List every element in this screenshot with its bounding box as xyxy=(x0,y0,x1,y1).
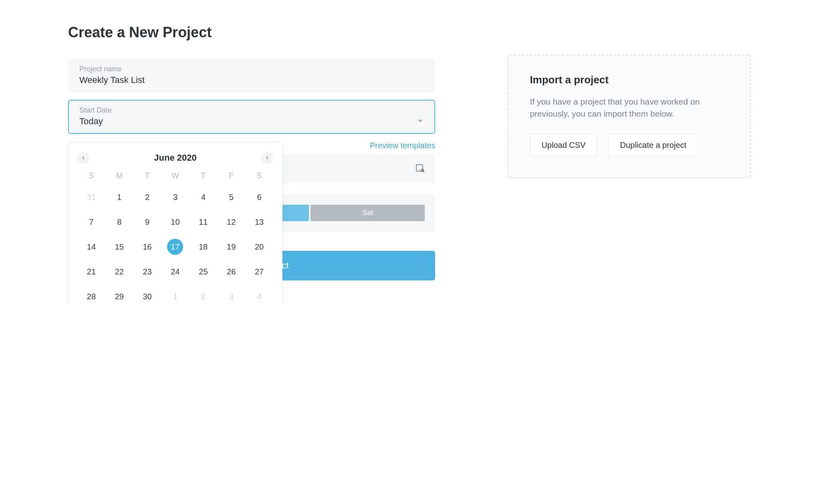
page-title: Create a New Project xyxy=(68,24,435,41)
import-panel: Import a project If you have a project t… xyxy=(507,54,751,178)
chevron-down-icon[interactable] xyxy=(417,117,424,126)
calendar-day[interactable]: 13 xyxy=(245,214,273,230)
calendar-day[interactable]: 14 xyxy=(77,239,105,255)
calendar-day[interactable]: 20 xyxy=(245,239,273,255)
search-in-rect-icon[interactable] xyxy=(415,163,425,174)
calendar-day[interactable]: 17 xyxy=(167,239,183,255)
calendar-day[interactable]: 22 xyxy=(105,264,133,280)
calendar-day[interactable]: 29 xyxy=(105,288,133,304)
calendar-day[interactable]: 31 xyxy=(77,189,105,205)
upload-csv-button[interactable]: Upload CSV xyxy=(530,134,597,157)
calendar-dow: S xyxy=(245,171,273,180)
calendar-day[interactable]: 30 xyxy=(133,288,161,304)
project-name-field[interactable]: Project name Weekly Task List xyxy=(68,58,435,93)
calendar-dow: F xyxy=(217,171,245,180)
calendar-day[interactable]: 24 xyxy=(161,264,190,280)
duplicate-project-button[interactable]: Duplicate a project xyxy=(608,134,698,157)
start-date-field[interactable]: Start Date Today xyxy=(68,100,435,134)
start-date-label: Start Date xyxy=(79,106,424,115)
project-name-value: Weekly Task List xyxy=(79,75,424,85)
calendar-day[interactable]: 21 xyxy=(77,264,105,280)
calendar-dow: T xyxy=(133,171,161,180)
calendar-day[interactable]: 26 xyxy=(217,264,245,280)
start-date-value: Today xyxy=(79,116,103,127)
calendar-popup: June 2020 SMTWTFS31123456789101112131415… xyxy=(68,142,282,304)
calendar-day[interactable]: 15 xyxy=(105,239,133,255)
project-name-label: Project name xyxy=(79,65,424,73)
calendar-day[interactable]: 1 xyxy=(161,288,190,304)
svg-rect-0 xyxy=(416,165,423,171)
calendar-day[interactable]: 7 xyxy=(77,214,105,230)
calendar-dow: T xyxy=(189,171,217,180)
calendar-dow: W xyxy=(161,171,190,180)
svg-line-2 xyxy=(424,171,425,172)
calendar-day[interactable]: 4 xyxy=(245,288,273,304)
calendar-day[interactable]: 19 xyxy=(217,239,245,255)
calendar-day[interactable]: 5 xyxy=(217,189,245,205)
calendar-day[interactable]: 2 xyxy=(189,288,217,304)
calendar-day[interactable]: 25 xyxy=(189,264,217,280)
calendar-day[interactable]: 23 xyxy=(133,264,161,280)
calendar-day[interactable]: 2 xyxy=(133,189,161,205)
calendar-day[interactable]: 11 xyxy=(189,214,217,230)
calendar-day[interactable]: 1 xyxy=(105,189,133,205)
calendar-dow: S xyxy=(77,171,105,180)
calendar-day[interactable]: 28 xyxy=(77,288,105,304)
calendar-day[interactable]: 10 xyxy=(161,214,190,230)
import-panel-description: If you have a project that you have work… xyxy=(530,96,728,120)
calendar-prev-button[interactable] xyxy=(77,152,89,164)
calendar-day[interactable]: 18 xyxy=(189,239,217,255)
calendar-next-button[interactable] xyxy=(261,152,273,164)
calendar-day[interactable]: 12 xyxy=(217,214,245,230)
calendar-day[interactable]: 9 xyxy=(133,214,161,230)
calendar-day[interactable]: 4 xyxy=(189,189,217,205)
calendar-day[interactable]: 3 xyxy=(217,288,245,304)
calendar-month-title: June 2020 xyxy=(154,153,196,163)
calendar-day[interactable]: 3 xyxy=(161,189,190,205)
workday-chip[interactable]: Sat xyxy=(311,205,425,221)
preview-templates-link[interactable]: Preview templates xyxy=(370,141,435,150)
calendar-day[interactable]: 16 xyxy=(133,239,161,255)
calendar-day[interactable]: 8 xyxy=(105,214,133,230)
calendar-dow: M xyxy=(105,171,133,180)
calendar-day[interactable]: 27 xyxy=(245,264,273,280)
import-panel-title: Import a project xyxy=(530,74,728,86)
calendar-day[interactable]: 6 xyxy=(245,189,273,205)
